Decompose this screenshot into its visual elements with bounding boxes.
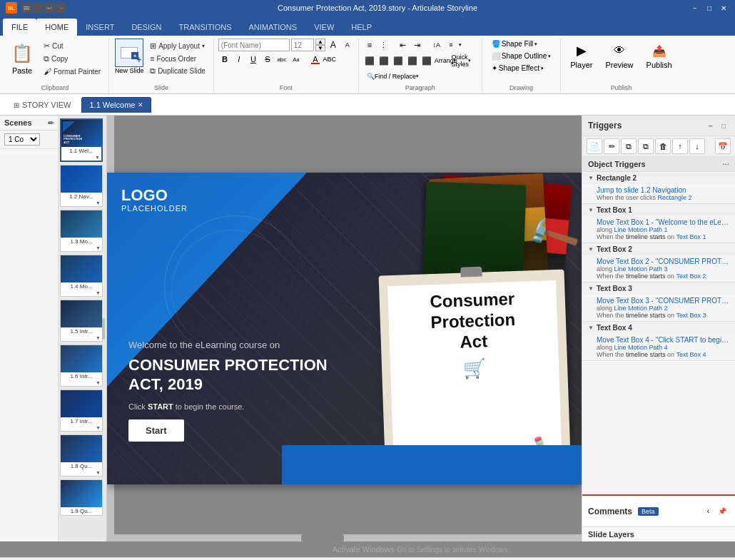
font-color-button[interactable]: A bbox=[309, 53, 322, 66]
bullet-list-button[interactable]: ≡ bbox=[363, 39, 376, 51]
slide-8-nav-arrow[interactable]: ▼ bbox=[96, 470, 101, 475]
font-size-input[interactable] bbox=[291, 39, 314, 51]
text-case-button[interactable]: abc bbox=[275, 53, 288, 66]
maximize-button[interactable]: □ bbox=[704, 2, 715, 14]
textbox1-header[interactable]: ▼ Text Box 1 bbox=[582, 204, 735, 216]
scenes-edit-icon[interactable]: ✏ bbox=[48, 119, 54, 127]
publish-button[interactable]: 📤 Publish bbox=[642, 39, 677, 71]
tab-design[interactable]: DESIGN bbox=[123, 19, 170, 36]
trigger-copy-button[interactable]: ⧉ bbox=[621, 138, 637, 154]
shape-outline-button[interactable]: ⬜ Shape Outline ▾ bbox=[487, 51, 556, 61]
textbox4-header[interactable]: ▼ Text Box 4 bbox=[582, 322, 735, 334]
decrease-indent-button[interactable]: ⇤ bbox=[397, 39, 410, 51]
slide-1-nav-arrow[interactable]: ▼ bbox=[95, 155, 100, 160]
slide-thumb-1[interactable]: CONSUMERPROTECTIONACT 1.1 Wel... ▼ bbox=[60, 118, 103, 162]
trigger-edit-button[interactable]: ✏ bbox=[604, 138, 619, 154]
numbered-list-button[interactable]: ⋮ bbox=[377, 39, 390, 51]
slide-thumb-2[interactable]: 1.2 Nav... ▼ bbox=[60, 165, 103, 207]
duplicate-slide-button[interactable]: ⧉ Duplicate Slide bbox=[146, 65, 209, 77]
slide-tab[interactable]: 1.1 Welcome ✕ bbox=[81, 97, 151, 113]
shape-fill-button[interactable]: 🪣 Shape Fill ▾ bbox=[487, 39, 542, 49]
minimize-button[interactable]: − bbox=[689, 2, 701, 14]
triggers-expand-button[interactable]: □ bbox=[718, 120, 729, 131]
format-painter-button[interactable]: 🖌 Format Painter bbox=[40, 66, 104, 77]
font-size-decrease[interactable]: ▼ bbox=[315, 45, 325, 51]
decrease-font-button[interactable]: A bbox=[341, 39, 354, 51]
align-text-button[interactable]: ≡ bbox=[445, 39, 457, 51]
slide-6-nav-arrow[interactable]: ▼ bbox=[96, 380, 101, 385]
align-left-button[interactable]: ⬛ bbox=[363, 54, 376, 67]
slide-5-nav-arrow[interactable]: ▼ bbox=[96, 335, 101, 340]
trigger-duplicate-button[interactable]: ⧉ bbox=[638, 138, 654, 154]
align-justify-button[interactable]: ⬛ bbox=[406, 54, 419, 67]
tab-animations[interactable]: ANIMATIONS bbox=[240, 19, 306, 36]
trigger-calendar-button[interactable]: 📅 bbox=[715, 138, 731, 154]
increase-indent-button[interactable]: ⇥ bbox=[411, 39, 424, 51]
comments-prev-button[interactable]: ‹ bbox=[704, 506, 712, 516]
story-view-tab[interactable]: ⊞ STORY VIEW bbox=[6, 97, 78, 112]
textbox3-header[interactable]: ▼ Text Box 3 bbox=[582, 282, 735, 295]
trigger-down-button[interactable]: ↓ bbox=[689, 138, 705, 154]
trigger-action-tb3-1[interactable]: Move Text Box 3 - "CONSUMER PROTECT... bbox=[597, 297, 729, 305]
slide-thumb-8[interactable]: 1.8 Qu... ▼ bbox=[60, 434, 103, 477]
tab-view[interactable]: VIEW bbox=[305, 19, 343, 36]
slide-canvas[interactable]: 🔨 ConsumerProtectionAct 🛒 ✏️ bbox=[107, 173, 582, 484]
tab-file[interactable]: FILE bbox=[3, 19, 36, 36]
scene-selector[interactable]: 1 Co bbox=[4, 133, 40, 146]
slide-thumb-9[interactable]: 1.9 Qu... bbox=[60, 479, 103, 516]
close-slide-tab-button[interactable]: ✕ bbox=[138, 101, 143, 108]
slide-4-nav-arrow[interactable]: ▼ bbox=[96, 290, 101, 295]
apply-layout-button[interactable]: ⊞ Apply Layout ▾ bbox=[146, 40, 209, 52]
trigger-action-tb1-1[interactable]: Move Text Box 1 - "Welcome to the eLear.… bbox=[597, 218, 729, 226]
text-direction-button[interactable]: ↕A bbox=[430, 39, 443, 51]
underline-button[interactable]: U bbox=[247, 53, 260, 66]
slide-thumb-5[interactable]: 1.5 Intr... ▼ bbox=[60, 300, 103, 342]
bold-button[interactable]: B bbox=[218, 53, 231, 66]
start-button[interactable]: Start bbox=[128, 419, 184, 442]
slide-thumb-4[interactable]: 1.4 Mo... ▼ bbox=[60, 255, 103, 297]
find-replace-button[interactable]: 🔍 Find / Replace ▾ bbox=[363, 70, 422, 83]
tab-home[interactable]: HOME bbox=[36, 19, 77, 36]
close-button[interactable]: ✕ bbox=[718, 2, 729, 14]
shape-effect-button[interactable]: ✦ Shape Effect ▾ bbox=[487, 63, 549, 73]
slide-3-nav-arrow[interactable]: ▼ bbox=[96, 245, 101, 250]
new-slide-button[interactable]: + New Slide bbox=[113, 39, 145, 74]
superscript-button[interactable]: Aa bbox=[290, 53, 303, 66]
triggers-collapse-button[interactable]: − bbox=[705, 120, 716, 131]
trigger-delete-button[interactable]: 🗑 bbox=[655, 138, 671, 154]
thumbnails-scrollbar[interactable] bbox=[102, 318, 105, 340]
slide-thumb-7[interactable]: 1.7 Intr... ▼ bbox=[60, 390, 103, 432]
trigger-add-button[interactable]: 📄 bbox=[587, 138, 602, 154]
tab-help[interactable]: HELP bbox=[343, 19, 380, 36]
canvas-hscroll[interactable] bbox=[114, 534, 582, 541]
column-button[interactable]: ⬛ bbox=[420, 54, 433, 67]
font-size-increase[interactable]: ▲ bbox=[315, 39, 325, 45]
cut-button[interactable]: ✂ Cut bbox=[40, 40, 104, 52]
strikethrough-button[interactable]: S bbox=[261, 53, 274, 66]
increase-font-button[interactable]: A bbox=[327, 39, 340, 51]
player-button[interactable]: ▶ Player bbox=[565, 39, 597, 71]
textbox2-header[interactable]: ▼ Text Box 2 bbox=[582, 243, 735, 255]
trigger-action-tb2-1[interactable]: Move Text Box 2 - "CONSUMER PROTECT... bbox=[597, 258, 729, 265]
preview-button[interactable]: 👁 Preview bbox=[600, 39, 638, 71]
slide-7-nav-arrow[interactable]: ▼ bbox=[96, 425, 101, 430]
trigger-up-button[interactable]: ↑ bbox=[672, 138, 688, 154]
comments-pin-button[interactable]: 📌 bbox=[715, 506, 729, 516]
tab-transitions[interactable]: TRANSITIONS bbox=[171, 19, 240, 36]
spell-check-button[interactable]: ABC bbox=[323, 53, 336, 66]
align-center-button[interactable]: ⬛ bbox=[377, 54, 390, 67]
align-right-button[interactable]: ⬛ bbox=[392, 54, 405, 67]
slide-2-nav-arrow[interactable]: ▼ bbox=[96, 200, 101, 205]
slide-thumb-6[interactable]: 1.6 Intr... ▼ bbox=[60, 345, 103, 387]
slide-thumb-3[interactable]: 1.3 Mo... ▼ bbox=[60, 210, 103, 252]
italic-button[interactable]: I bbox=[233, 53, 245, 66]
object-triggers-options-button[interactable]: ⋯ bbox=[722, 161, 729, 168]
trigger-action-rect2-1[interactable]: Jump to slide 1.2 Navigation bbox=[597, 186, 729, 194]
font-name-input[interactable] bbox=[218, 39, 290, 51]
tab-insert[interactable]: INSERT bbox=[77, 19, 123, 36]
copy-button[interactable]: ⧉ Copy bbox=[40, 53, 104, 65]
trigger-action-tb4-1[interactable]: Move Text Box 4 - "Click START to begin … bbox=[597, 336, 729, 344]
paste-button[interactable]: 📋 Paste bbox=[6, 39, 39, 77]
quick-styles-button[interactable]: QuickStyles bbox=[454, 54, 467, 67]
focus-order-button[interactable]: ≡ Focus Order bbox=[146, 53, 209, 64]
